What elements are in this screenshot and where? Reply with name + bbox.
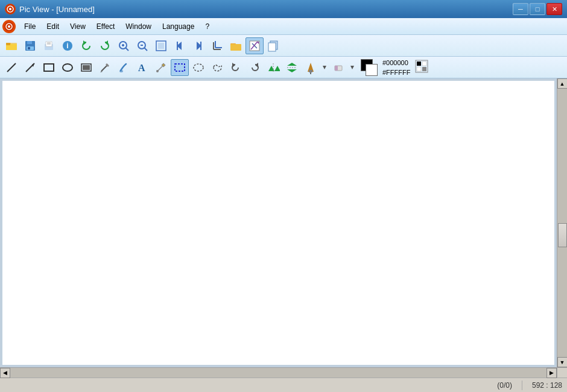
- sel-rect-tool[interactable]: [171, 59, 189, 76]
- ellipse-tool[interactable]: [59, 59, 77, 76]
- scroll-left-arrow[interactable]: ◀: [0, 368, 10, 378]
- save-button[interactable]: [21, 37, 39, 54]
- svg-line-28: [144, 48, 147, 51]
- window-title: Pic View - [Unnamed]: [19, 5, 95, 14]
- title-bar: Pic View - [Unnamed] ─ □ ✕: [0, 0, 567, 18]
- svg-text:i: i: [66, 42, 68, 50]
- menu-effect[interactable]: Effect: [92, 21, 119, 33]
- svg-rect-11: [27, 41, 32, 44]
- title-bar-controls: ─ □ ✕: [513, 3, 562, 15]
- eraser-button[interactable]: [329, 59, 347, 76]
- close-button[interactable]: ✕: [546, 3, 562, 15]
- pencil-tool[interactable]: [96, 59, 114, 76]
- pen-dropdown-button[interactable]: [320, 59, 329, 76]
- svg-rect-80: [417, 62, 421, 66]
- minimize-button[interactable]: ─: [513, 3, 528, 15]
- main-content: ▲ ▼ ◀ ▶: [0, 78, 567, 378]
- fg-color-label: #000000: [382, 58, 410, 68]
- info-button[interactable]: i: [59, 37, 77, 54]
- rotate-cw-button[interactable]: [96, 37, 114, 54]
- line-tool[interactable]: [2, 59, 21, 76]
- svg-rect-9: [6, 43, 10, 45]
- app-icon: [5, 4, 16, 14]
- text-tool[interactable]: A: [133, 59, 151, 76]
- scroll-vertical-track[interactable]: [557, 89, 567, 357]
- flip-v-button[interactable]: [283, 59, 301, 76]
- svg-line-25: [125, 48, 128, 51]
- svg-point-57: [119, 70, 123, 72]
- svg-text:A: A: [138, 63, 145, 73]
- svg-marker-21: [105, 40, 108, 45]
- scroll-corner: [557, 367, 567, 378]
- svg-point-2: [9, 8, 11, 10]
- horizontal-scrollbar[interactable]: ◀ ▶: [0, 367, 557, 378]
- svg-rect-50: [44, 64, 54, 71]
- title-bar-left: Pic View - [Unnamed]: [5, 4, 95, 14]
- color-labels: #000000 #FFFFFF: [382, 58, 410, 77]
- menu-view[interactable]: View: [65, 21, 90, 33]
- menu-language[interactable]: Language: [157, 21, 199, 33]
- copy-window-button[interactable]: [264, 37, 282, 54]
- color-picker-icon[interactable]: [415, 60, 428, 75]
- svg-rect-13: [28, 47, 30, 49]
- menu-help[interactable]: ?: [200, 21, 214, 33]
- status-dimensions: 592 : 128: [532, 381, 562, 390]
- canvas-area[interactable]: [0, 78, 557, 367]
- status-coordinates: (0/0): [497, 381, 512, 390]
- svg-point-61: [156, 70, 159, 72]
- filled-rect-tool[interactable]: [77, 59, 95, 76]
- scroll-horizontal-track[interactable]: [10, 368, 546, 378]
- color-boxes[interactable]: [361, 59, 378, 76]
- eyedropper-tool[interactable]: [152, 59, 170, 76]
- folder-button[interactable]: [227, 37, 245, 54]
- rotate-ccw-button[interactable]: [77, 37, 95, 54]
- print-preview-button[interactable]: [40, 37, 58, 54]
- svg-rect-40: [230, 44, 241, 51]
- vertical-scrollbar[interactable]: ▲ ▼: [557, 78, 567, 367]
- menu-file[interactable]: File: [19, 21, 40, 33]
- svg-rect-34: [200, 42, 201, 50]
- scroll-vertical-thumb[interactable]: [558, 223, 567, 247]
- prev-button[interactable]: [171, 37, 189, 54]
- flip-h-button[interactable]: [264, 59, 282, 76]
- svg-rect-73: [309, 70, 312, 72]
- brush-tool[interactable]: [115, 59, 133, 76]
- sel-free-tool[interactable]: [208, 59, 226, 76]
- menu-app-icon: [2, 20, 16, 33]
- canvas-white: [2, 81, 554, 365]
- crop-button[interactable]: [208, 37, 226, 54]
- sel-ellipse-tool[interactable]: [189, 59, 207, 76]
- rect-tool[interactable]: [40, 59, 58, 76]
- canvas-container: ▲ ▼: [0, 78, 567, 367]
- svg-point-51: [63, 64, 72, 71]
- maximize-button[interactable]: □: [530, 3, 545, 15]
- svg-marker-56: [100, 71, 103, 72]
- svg-rect-32: [177, 42, 178, 50]
- menu-window[interactable]: Window: [121, 21, 156, 33]
- open-button[interactable]: [2, 37, 21, 54]
- scroll-down-arrow[interactable]: ▼: [557, 357, 568, 367]
- undo-button[interactable]: [227, 59, 245, 76]
- svg-line-47: [7, 63, 16, 72]
- svg-rect-83: [422, 67, 426, 71]
- pen-draw-button[interactable]: [302, 59, 320, 76]
- arrow-line-tool[interactable]: [21, 59, 39, 76]
- redo-button[interactable]: [245, 59, 264, 76]
- svg-marker-64: [232, 63, 235, 68]
- menu-bar: File Edit View Effect Window Language ?: [0, 18, 567, 35]
- scroll-right-arrow[interactable]: ▶: [546, 368, 557, 378]
- next-button[interactable]: [189, 37, 207, 54]
- pen-button[interactable]: [245, 37, 264, 54]
- scroll-up-arrow[interactable]: ▲: [557, 78, 568, 89]
- svg-rect-81: [422, 62, 426, 66]
- background-color-box[interactable]: [366, 64, 378, 76]
- fit-button[interactable]: [152, 37, 170, 54]
- menu-edit[interactable]: Edit: [42, 21, 64, 33]
- svg-point-5: [8, 25, 10, 28]
- svg-marker-65: [255, 63, 258, 68]
- zoom-out-button[interactable]: [133, 37, 151, 54]
- svg-marker-75: [323, 66, 326, 69]
- eraser-dropdown-button[interactable]: [348, 59, 356, 76]
- zoom-in-button[interactable]: [115, 37, 133, 54]
- svg-marker-20: [83, 40, 86, 45]
